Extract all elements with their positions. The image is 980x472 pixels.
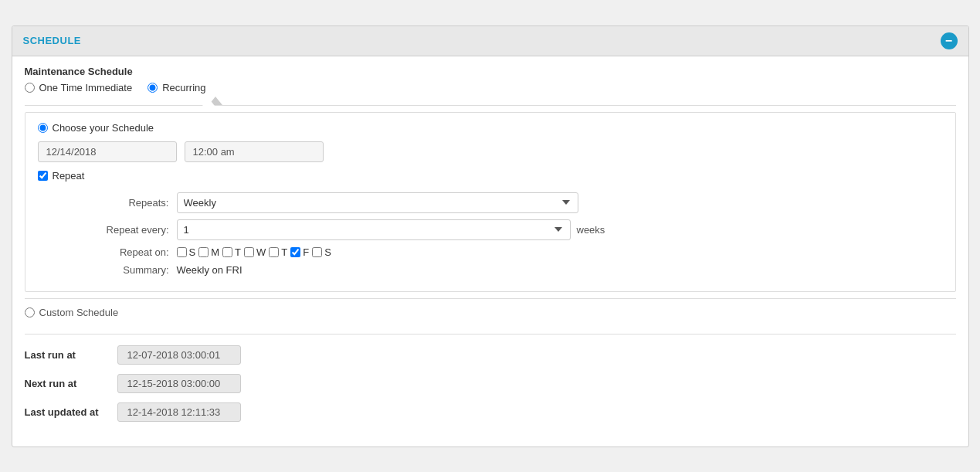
day-checkbox-F[interactable] (290, 247, 300, 257)
panel-header: SCHEDULE − (12, 26, 968, 56)
next-run-value: 12-15-2018 03:00:00 (117, 374, 241, 393)
last-updated-key: Last updated at (25, 406, 117, 418)
summary-row: Summary: Weekly on FRI (84, 264, 943, 276)
day-checkbox-T1[interactable] (222, 247, 232, 257)
day-label-F: F (303, 246, 309, 258)
last-run-row: Last run at 12-07-2018 03:00:01 (25, 345, 956, 365)
day-T1[interactable]: T (222, 246, 241, 258)
repeat-checkbox[interactable] (38, 171, 48, 181)
custom-schedule-radio[interactable] (25, 307, 35, 317)
day-checkbox-S2[interactable] (312, 247, 322, 257)
day-label-W: W (256, 246, 266, 258)
custom-schedule-row: Custom Schedule (25, 298, 956, 326)
repeats-select[interactable]: Weekly Daily Monthly Yearly (177, 192, 578, 213)
collapse-button[interactable]: − (941, 32, 958, 49)
repeats-label: Repeats: (84, 197, 177, 209)
repeats-row: Repeats: Weekly Daily Monthly Yearly (84, 192, 943, 213)
last-run-key: Last run at (25, 349, 117, 361)
repeat-fields: Repeats: Weekly Daily Monthly Yearly Rep… (84, 192, 943, 276)
repeat-on-label: Repeat on: (84, 246, 177, 258)
day-checkbox-M[interactable] (198, 247, 209, 257)
day-checkbox-W[interactable] (244, 247, 254, 257)
repeat-every-label: Repeat every: (84, 224, 177, 236)
recurring-label: Recurring (162, 82, 205, 93)
day-T2[interactable]: T (269, 246, 287, 258)
choose-schedule-label: Choose your Schedule (53, 122, 154, 134)
last-updated-row: Last updated at 12-14-2018 12:11:33 (25, 402, 956, 422)
time-input[interactable] (185, 141, 324, 162)
repeat-every-select[interactable]: 1 2 3 4 (177, 219, 571, 240)
recurring-radio[interactable] (148, 83, 158, 93)
last-run-value: 12-07-2018 03:00:01 (117, 345, 241, 365)
one-time-label: One Time Immediate (39, 82, 133, 93)
repeat-row: Repeat (38, 170, 943, 182)
run-info-section: Last run at 12-07-2018 03:00:01 Next run… (25, 334, 956, 422)
day-checkbox-S1[interactable] (177, 247, 187, 257)
repeat-on-row: Repeat on: S M T (84, 246, 943, 258)
next-run-key: Next run at (25, 378, 117, 389)
divider-1 (25, 105, 956, 106)
days-container: S M T W (177, 246, 331, 258)
repeat-label: Repeat (53, 170, 85, 182)
next-run-row: Next run at 12-15-2018 03:00:00 (25, 374, 956, 393)
choose-schedule-section: Choose your Schedule Repeat Repeats: Wee… (25, 112, 956, 292)
day-label-S1: S (189, 246, 196, 258)
schedule-panel: SCHEDULE − Maintenance Schedule One Time… (12, 25, 969, 447)
day-label-T2: T (281, 246, 287, 258)
summary-value: Weekly on FRI (177, 264, 242, 276)
date-input[interactable] (38, 141, 177, 162)
last-updated-value: 12-14-2018 12:11:33 (117, 402, 241, 422)
day-S1[interactable]: S (177, 246, 196, 258)
summary-label: Summary: (84, 264, 177, 276)
custom-schedule-label: Custom Schedule (39, 307, 119, 318)
day-label-T1: T (235, 246, 241, 258)
recurring-option[interactable]: Recurring (148, 82, 205, 93)
repeat-every-row: Repeat every: 1 2 3 4 weeks (84, 219, 943, 240)
day-label-M: M (211, 246, 219, 258)
day-M[interactable]: M (198, 246, 219, 258)
day-W[interactable]: W (244, 246, 266, 258)
panel-body: Maintenance Schedule One Time Immediate … (12, 56, 968, 447)
one-time-radio[interactable] (25, 83, 35, 93)
choose-schedule-row: Choose your Schedule (38, 122, 943, 134)
schedule-type-radio-group: One Time Immediate Recurring (25, 82, 956, 93)
one-time-option[interactable]: One Time Immediate (25, 82, 133, 93)
day-F[interactable]: F (290, 246, 309, 258)
day-label-S2: S (324, 246, 331, 258)
weeks-label: weeks (577, 224, 605, 236)
panel-title: SCHEDULE (23, 35, 82, 46)
date-time-row (38, 141, 943, 162)
day-checkbox-T2[interactable] (269, 247, 279, 257)
maintenance-schedule-label: Maintenance Schedule (25, 66, 956, 77)
choose-schedule-radio[interactable] (38, 123, 48, 133)
day-S2[interactable]: S (312, 246, 331, 258)
